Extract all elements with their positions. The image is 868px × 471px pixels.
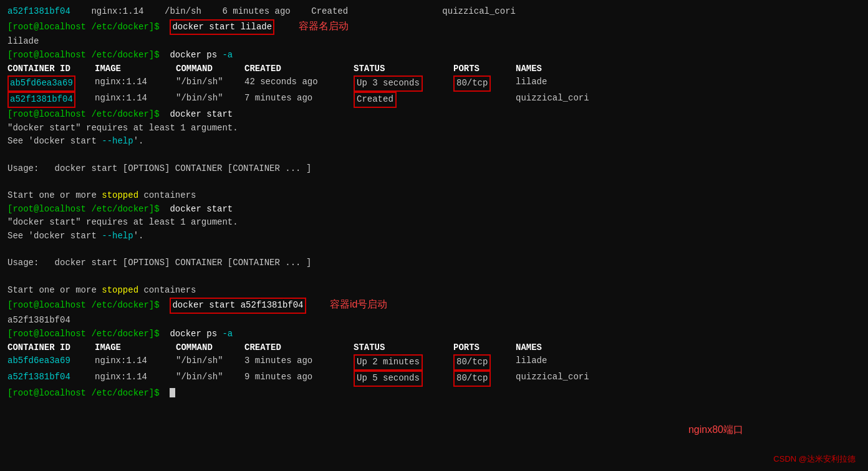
cmd-docker-start-1: [root@localhost /etc/docker]$ docker sta… xyxy=(7,108,861,122)
table-row-1: ab5fd6ea3a69 nginx:1.14 "/bin/sh" 42 sec… xyxy=(7,75,861,92)
table-header-2: CONTAINER ID IMAGE COMMAND CREATED STATU… xyxy=(7,341,861,355)
table-header-1: CONTAINER ID IMAGE COMMAND CREATED STATU… xyxy=(7,62,861,76)
annotation-container-id: 容器id号启动 xyxy=(330,299,387,309)
blank-2 xyxy=(7,175,861,189)
cmd-docker-start-2: [root@localhost /etc/docker]$ docker sta… xyxy=(7,203,861,216)
cmd-docker-ps-a-1: [root@localhost /etc/docker]$ docker ps … xyxy=(7,49,861,62)
final-prompt: [root@localhost /etc/docker]$ xyxy=(7,387,861,401)
cmd-docker-start-lilade: [root@localhost /etc/docker]$ docker sta… xyxy=(7,19,861,36)
blank-4 xyxy=(7,270,861,284)
annotation-nginx-port: nginx80端口 xyxy=(688,424,743,437)
annotation-container-name: 容器名启动 xyxy=(299,21,349,31)
terminal: a52f1381bf04 nginx:1.14 /bin/sh 6 minute… xyxy=(0,0,868,405)
cmd-docker-start-id: [root@localhost /etc/docker]$ docker sta… xyxy=(7,297,861,314)
cmd-docker-ps-a-2: [root@localhost /etc/docker]$ docker ps … xyxy=(7,328,861,341)
stopped-1: Start one or more stopped containers xyxy=(7,189,861,203)
error-1: "docker start" requires at least 1 argum… xyxy=(7,122,861,135)
blank-3 xyxy=(7,243,861,257)
output-id: a52f1381bf04 xyxy=(7,314,861,328)
table-row-3: ab5fd6ea3a69 nginx:1.14 "/bin/sh" 3 minu… xyxy=(7,354,861,371)
output-line-prev: a52f1381bf04 nginx:1.14 /bin/sh 6 minute… xyxy=(7,5,861,19)
help-1: See 'docker start --help'. xyxy=(7,135,861,148)
output-lilade: lilade xyxy=(7,35,861,49)
help-2: See 'docker start --help'. xyxy=(7,230,861,243)
stopped-2: Start one or more stopped containers xyxy=(7,284,861,298)
usage-2: Usage: docker start [OPTIONS] CONTAINER … xyxy=(7,256,861,270)
usage-1: Usage: docker start [OPTIONS] CONTAINER … xyxy=(7,162,861,176)
error-2: "docker start" requires at least 1 argum… xyxy=(7,216,861,230)
cursor xyxy=(170,388,175,397)
table-row-2: a52f1381bf04 nginx:1.14 "/bin/sh" 7 minu… xyxy=(7,92,861,108)
branding: CSDN @达米安利拉德 xyxy=(773,454,856,465)
table-row-4: a52f1381bf04 nginx:1.14 "/bin/sh" 9 minu… xyxy=(7,371,861,387)
blank-1 xyxy=(7,148,861,162)
